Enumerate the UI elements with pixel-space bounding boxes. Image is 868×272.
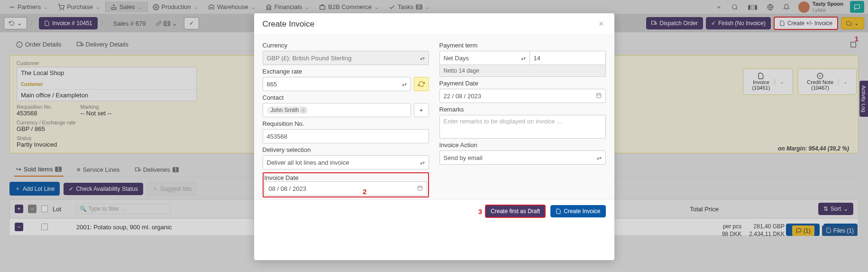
invoice-action-select[interactable]: Send by email▴▾ bbox=[439, 150, 606, 165]
payment-date-input[interactable]: 22 / 08 / 2023 bbox=[439, 89, 606, 103]
exchange-rate-input[interactable]: 865▴▾ bbox=[263, 77, 411, 91]
payment-term-preview: Netto 14 dage bbox=[439, 65, 606, 77]
create-invoice-modal: Create Invoice × Currency GBP (£): Briti… bbox=[254, 13, 614, 260]
contact-input[interactable]: John Smithⓧ bbox=[263, 103, 411, 117]
delivery-selection-label: Delivery selection bbox=[263, 146, 429, 153]
calendar-icon bbox=[596, 93, 602, 98]
currency-label: Currency bbox=[263, 42, 429, 49]
create-invoice-submit-button[interactable]: Create Invoice bbox=[550, 205, 605, 217]
requisition-label: Requisition No. bbox=[263, 120, 429, 127]
requisition-input[interactable]: 453568 bbox=[263, 129, 429, 143]
contact-label: Contact bbox=[263, 94, 429, 101]
callout-3: 3 bbox=[478, 207, 482, 216]
svg-rect-19 bbox=[418, 186, 422, 190]
delivery-selection-select[interactable]: Deliver all lot lines and invoice▴▾ bbox=[263, 155, 429, 169]
exchange-rate-label: Exchange rate bbox=[263, 68, 429, 75]
payment-term-select[interactable]: Net Days▴▾ bbox=[439, 51, 530, 65]
remove-contact-icon[interactable]: ⓧ bbox=[301, 107, 306, 114]
invoice-date-input[interactable]: 08 / 08 / 2023 bbox=[265, 181, 427, 196]
payment-date-label: Payment Date bbox=[439, 80, 606, 87]
modal-overlay: Create Invoice × Currency GBP (£): Briti… bbox=[0, 0, 868, 272]
payment-term-label: Payment term bbox=[439, 42, 606, 49]
remarks-label: Remarks bbox=[439, 106, 606, 113]
invoice-action-label: Invoice Action bbox=[439, 141, 606, 149]
close-icon[interactable]: × bbox=[597, 19, 606, 29]
calendar-icon bbox=[417, 185, 423, 191]
remarks-textarea[interactable]: Enter remarks to be displayed on invoice… bbox=[439, 115, 606, 139]
refresh-icon bbox=[418, 81, 425, 87]
create-draft-button[interactable]: Create first as Draft bbox=[485, 205, 546, 218]
invoice-date-label: Invoice Date bbox=[265, 174, 427, 181]
refresh-rate-button[interactable] bbox=[414, 77, 429, 91]
modal-title: Create Invoice bbox=[263, 19, 597, 29]
currency-select: GBP (£): British Pound Sterling▴▾ bbox=[263, 51, 429, 65]
payment-term-days-input[interactable]: 14 bbox=[530, 51, 606, 65]
doc-icon bbox=[556, 208, 561, 214]
svg-rect-23 bbox=[596, 94, 601, 98]
add-contact-button[interactable]: ＋ bbox=[414, 103, 429, 117]
callout-2: 2 bbox=[363, 188, 366, 196]
